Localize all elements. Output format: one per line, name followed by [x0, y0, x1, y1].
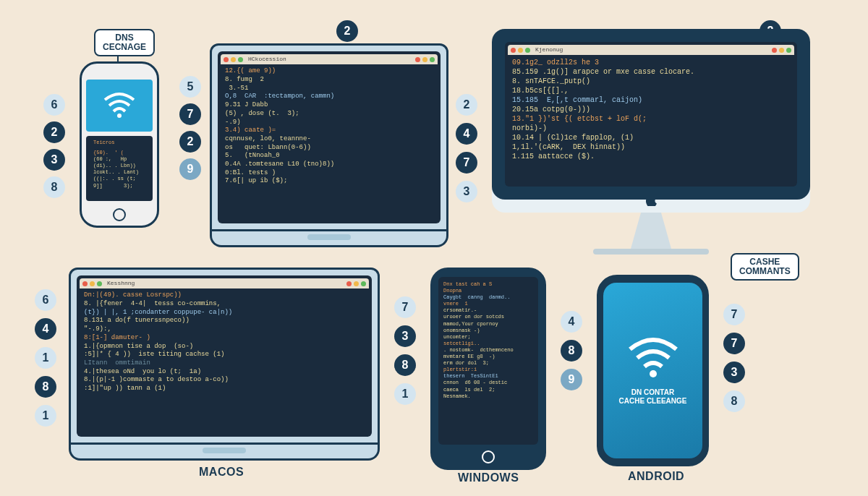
svg-point-0: [117, 114, 122, 118]
step-badge: 5: [179, 76, 201, 98]
home-button-icon: [482, 450, 495, 463]
svg-point-1: [650, 370, 657, 377]
step-badge: 8: [43, 176, 65, 198]
step-badge: 1: [35, 405, 56, 427]
step-badge: 7: [394, 296, 416, 318]
step-badge: 1: [35, 347, 56, 369]
step-badge: 2: [43, 121, 65, 143]
step-badge: 8: [723, 390, 745, 412]
step-badge: 4: [561, 311, 582, 333]
step-badge: 3: [723, 362, 745, 383]
step-badge: 9: [561, 369, 582, 390]
top-laptop-terminal: 12.{( ame 9)) 8. fumg 2 3.-51 O,8 CAR :t…: [221, 64, 438, 189]
terminal-title: HCkocession: [248, 56, 286, 63]
step-badge: 3: [456, 181, 477, 202]
step-badge: 7: [456, 152, 477, 174]
step-badge: 8: [394, 354, 416, 376]
step-badge: 4: [456, 123, 477, 145]
wifi-icon: [624, 336, 682, 380]
terminal-title: Kjenonug: [535, 46, 563, 54]
step-badge: 1: [394, 383, 416, 405]
step-badge: 4: [35, 318, 56, 340]
terminal-title: Kesshnng: [107, 280, 135, 287]
step-badge: 6: [35, 289, 56, 311]
wifi-icon: [101, 91, 137, 120]
cashe-commants-label: CASHE COMMANTS: [731, 253, 799, 281]
terminal-title: Dnx tast cah a S Dnopna: [443, 281, 533, 294]
step-badge: 9: [179, 158, 201, 180]
android-label: ANDROID: [628, 470, 684, 483]
step-badge: 7: [723, 304, 745, 325]
step-badge: 8: [35, 376, 56, 398]
windows-label: WINDOWS: [458, 471, 519, 484]
step-badge: 2: [456, 94, 477, 116]
step-badge: 3: [43, 149, 65, 171]
bottom-laptop-terminal: Dn:|(49). casse Losrspc)) 8. |{fener 4-4…: [80, 288, 369, 395]
windows-terminal: Caygbt canng danmd.. vnere 1 crsomatir.-…: [443, 294, 533, 400]
step-badge: 7: [723, 333, 745, 354]
step-badge: 3: [394, 325, 416, 347]
dns-cecnage-label: DNS CECNAGE: [94, 29, 155, 56]
terminal-title: Teicros: [92, 139, 150, 147]
step-badge: 2: [336, 20, 358, 42]
home-button-icon: [113, 208, 126, 221]
imac-device: 2 Kjenonug 09.1g2_ odzll2s he 3 85.159 .…: [492, 29, 810, 255]
step-badge: 6: [43, 94, 65, 116]
step-badge: 2: [179, 131, 201, 153]
dn-contar-label: DN CONTAR CACHE CLEEANGE: [619, 388, 687, 406]
step-badge: 8: [561, 340, 582, 362]
ios-terminal-body: {50). ' ( (60 :, Hp (di).. . Lbn)) lcokt…: [89, 147, 150, 192]
imac-terminal: 09.1g2_ odzll2s he 3 85.159 .1g()] arapc…: [508, 55, 794, 164]
step-badge: 7: [179, 103, 201, 125]
macos-label: MACOS: [199, 466, 244, 479]
